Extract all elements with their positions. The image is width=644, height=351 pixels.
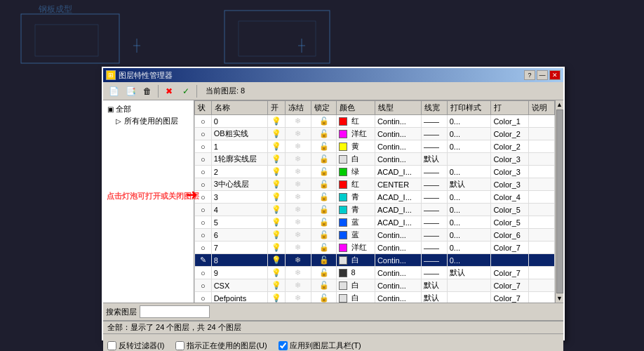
freeze-icon[interactable]: ❄ bbox=[295, 180, 301, 188]
freeze-icon[interactable]: ❄ bbox=[295, 117, 301, 125]
table-row[interactable]: ✎ 8 💡 ❄ 🔓 白 Contin... —— 0... bbox=[195, 254, 555, 267]
cell-freeze[interactable]: ❄ bbox=[286, 178, 311, 191]
cell-freeze[interactable]: ❄ bbox=[286, 254, 311, 267]
cell-on[interactable]: 💡 bbox=[268, 140, 286, 153]
col-lock[interactable]: 锁定 bbox=[311, 101, 337, 115]
cell-on[interactable]: 💡 bbox=[268, 166, 286, 178]
cell-name[interactable]: 3中心线层 bbox=[211, 178, 268, 191]
scroll-down-btn[interactable]: ▼ bbox=[556, 295, 563, 302]
invert-filter-checkbox[interactable] bbox=[107, 341, 116, 350]
cell-name[interactable]: 2 bbox=[211, 166, 268, 178]
col-name[interactable]: 名称 bbox=[211, 101, 268, 115]
cell-freeze[interactable]: ❄ bbox=[286, 216, 311, 229]
apply-changes-btn[interactable]: ✓ bbox=[178, 84, 194, 98]
cell-lock[interactable]: 🔓 bbox=[311, 191, 337, 204]
lock-icon[interactable]: 🔓 bbox=[319, 180, 329, 188]
cell-linetype[interactable]: Contin... bbox=[375, 140, 421, 153]
cell-linetype[interactable]: Contin... bbox=[375, 115, 421, 128]
cell-linetype[interactable]: Contin... bbox=[375, 241, 421, 254]
close-btn[interactable]: ✕ bbox=[549, 70, 561, 80]
cell-print[interactable]: Color_7 bbox=[491, 292, 529, 303]
cell-desc[interactable] bbox=[529, 229, 555, 241]
cell-desc[interactable] bbox=[529, 204, 555, 216]
cell-desc[interactable] bbox=[529, 254, 555, 267]
cell-print[interactable]: Color_7 bbox=[491, 241, 529, 254]
cell-color[interactable]: 洋红 bbox=[337, 128, 375, 140]
cell-linewidth[interactable]: —— bbox=[422, 191, 448, 204]
cell-lock[interactable]: 🔓 bbox=[311, 140, 337, 153]
cell-name[interactable]: OB粗实线 bbox=[211, 128, 268, 140]
lock-icon[interactable]: 🔓 bbox=[319, 167, 329, 176]
cell-color[interactable]: 青 bbox=[337, 204, 375, 216]
cell-print[interactable]: Color_5 bbox=[491, 204, 529, 216]
cell-linewidth[interactable]: —— bbox=[422, 267, 448, 279]
cell-name[interactable]: 7 bbox=[211, 241, 268, 254]
table-row[interactable]: ○ CSX 💡 ❄ 🔓 白 Contin... 默认 Color_7 bbox=[195, 279, 555, 292]
cell-print-style[interactable]: 0... bbox=[447, 140, 491, 153]
lock-icon[interactable]: 🔓 bbox=[319, 293, 329, 302]
cell-desc[interactable] bbox=[529, 292, 555, 303]
cell-freeze[interactable]: ❄ bbox=[286, 115, 311, 128]
cell-print-style[interactable]: 0... bbox=[447, 191, 491, 204]
cell-linetype[interactable]: ACAD_I... bbox=[375, 204, 421, 216]
bulb-icon[interactable]: 💡 bbox=[271, 117, 281, 125]
cell-freeze[interactable]: ❄ bbox=[286, 241, 311, 254]
cell-print-style[interactable]: 0... bbox=[447, 115, 491, 128]
cell-freeze[interactable]: ❄ bbox=[286, 267, 311, 279]
cell-desc[interactable] bbox=[529, 153, 555, 166]
cell-print[interactable]: Color_3 bbox=[491, 178, 529, 191]
freeze-icon[interactable]: ❄ bbox=[295, 154, 301, 163]
cell-color[interactable]: 蓝 bbox=[337, 229, 375, 241]
scroll-thumb[interactable] bbox=[556, 110, 563, 293]
cell-linewidth[interactable]: —— bbox=[422, 128, 448, 140]
cell-linewidth[interactable]: —— bbox=[422, 254, 448, 267]
cell-on[interactable]: 💡 bbox=[268, 178, 286, 191]
cell-linewidth[interactable]: —— bbox=[422, 140, 448, 153]
color-swatch[interactable] bbox=[339, 180, 347, 189]
cell-color[interactable]: 白 bbox=[337, 254, 375, 267]
bulb-icon[interactable]: 💡 bbox=[271, 167, 281, 176]
cell-linewidth[interactable]: —— bbox=[422, 204, 448, 216]
cell-linewidth[interactable]: —— bbox=[422, 241, 448, 254]
scrollbar[interactable]: ▲ ▼ bbox=[555, 100, 563, 303]
bulb-icon[interactable]: 💡 bbox=[271, 180, 281, 188]
lock-icon[interactable]: 🔓 bbox=[319, 230, 329, 239]
freeze-icon[interactable]: ❄ bbox=[295, 129, 301, 138]
cell-desc[interactable] bbox=[529, 140, 555, 153]
table-row[interactable]: ○ 4 💡 ❄ 🔓 青 ACAD_I... —— 0... Color_5 bbox=[195, 204, 555, 216]
cell-on[interactable]: 💡 bbox=[268, 292, 286, 303]
cell-on[interactable]: 💡 bbox=[268, 241, 286, 254]
cell-name[interactable]: 1 bbox=[211, 140, 268, 153]
cell-on[interactable]: 💡 bbox=[268, 191, 286, 204]
cell-linetype[interactable]: CENTER bbox=[375, 178, 421, 191]
color-swatch[interactable] bbox=[339, 206, 347, 214]
cell-linetype[interactable]: Contin... bbox=[375, 128, 421, 140]
cell-freeze[interactable]: ❄ bbox=[286, 153, 311, 166]
bulb-icon[interactable]: 💡 bbox=[271, 205, 281, 213]
cell-linetype[interactable]: ACAD_I... bbox=[375, 191, 421, 204]
cell-lock[interactable]: 🔓 bbox=[311, 115, 337, 128]
cell-freeze[interactable]: ❄ bbox=[286, 128, 311, 140]
cell-lock[interactable]: 🔓 bbox=[311, 178, 337, 191]
bulb-icon[interactable]: 💡 bbox=[271, 243, 281, 251]
cell-name[interactable]: 5 bbox=[211, 216, 268, 229]
cell-color[interactable]: 洋红 bbox=[337, 241, 375, 254]
cell-linewidth[interactable]: —— bbox=[422, 115, 448, 128]
cell-lock[interactable]: 🔓 bbox=[311, 241, 337, 254]
freeze-icon[interactable]: ❄ bbox=[295, 142, 301, 150]
cell-print-style[interactable]: 0... bbox=[447, 216, 491, 229]
cell-on[interactable]: 💡 bbox=[268, 216, 286, 229]
color-swatch[interactable] bbox=[339, 117, 347, 126]
cell-lock[interactable]: 🔓 bbox=[311, 128, 337, 140]
checkbox-indicate-used[interactable]: 指示正在使用的图层(U) bbox=[175, 340, 267, 351]
bulb-icon[interactable]: 💡 bbox=[271, 230, 281, 239]
col-desc[interactable]: 说明 bbox=[529, 101, 555, 115]
lock-icon[interactable]: 🔓 bbox=[319, 218, 329, 226]
cell-color[interactable]: 黄 bbox=[337, 140, 375, 153]
color-swatch[interactable] bbox=[339, 130, 347, 138]
title-bar-controls[interactable]: ? — ✕ bbox=[524, 70, 561, 80]
cell-print[interactable]: Color_7 bbox=[491, 279, 529, 292]
scroll-up-btn[interactable]: ▲ bbox=[556, 101, 563, 108]
bulb-icon[interactable]: 💡 bbox=[271, 129, 281, 138]
col-linetype[interactable]: 线型 bbox=[375, 101, 421, 115]
